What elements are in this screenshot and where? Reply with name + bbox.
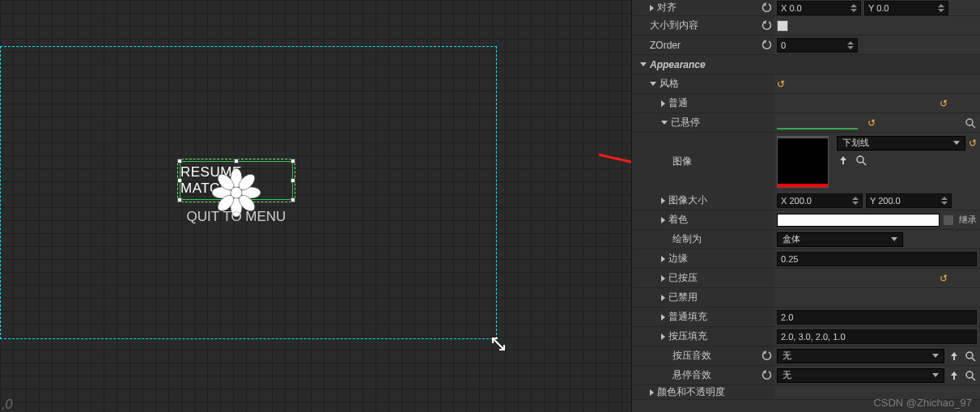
expand-icon[interactable] [661,100,665,107]
svg-line-23 [972,377,975,380]
row-pressed: 已按压 ↺ [632,269,980,288]
section-appearance[interactable]: Appearance [632,55,980,74]
reset-icon[interactable]: ↺ [777,79,785,90]
tint-color-swatch[interactable] [777,214,940,227]
row-pressed-padding: 按压填充 2.0, 3.0, 2.0, 1.0 [632,327,980,346]
normal-padding-input[interactable]: 2.0 [777,310,977,325]
coordinate-readout: ,0 [2,397,12,412]
use-selected-icon[interactable] [837,154,850,167]
label-hovered: 已悬停 [671,116,700,130]
row-image: 图像 下划线 ↺ [632,133,980,191]
row-normal: 普通 ↺ [632,94,980,113]
reset-icon[interactable] [761,39,774,52]
label-normal-padding: 普通填充 [668,310,707,324]
hover-sound-dropdown[interactable]: 无 [777,368,944,383]
row-style: 风格 ↺ [632,74,980,94]
inherit-checkbox[interactable] [943,214,954,226]
selection-handle[interactable] [291,159,295,164]
expand-icon[interactable] [661,256,665,262]
reset-icon[interactable]: ↺ [940,273,948,284]
image-thumbnail[interactable] [777,136,829,188]
expand-icon[interactable] [661,121,668,125]
expand-icon[interactable] [661,217,665,223]
expand-icon[interactable] [661,295,665,301]
svg-point-19 [966,352,973,359]
underline-preview [777,117,858,130]
use-selected-icon[interactable] [948,350,961,363]
reset-icon[interactable]: ↺ [969,138,977,149]
expand-icon[interactable] [661,314,665,321]
svg-line-20 [972,358,975,361]
label-pressed-sound: 按压音效 [672,349,711,363]
selection-handle[interactable] [177,178,182,183]
label-size-to-content: 大小到内容 [650,19,698,32]
quit-to-menu-button[interactable]: QUIT TO MENU [180,209,293,225]
details-panel: 对齐 X 0.0 Y 0.0 大小到内容 ZOrder 0 Appe [631,0,980,412]
selection-handle[interactable] [177,159,182,164]
row-alignment: 对齐 X 0.0 Y 0.0 [632,0,980,16]
reset-icon[interactable]: ↺ [868,117,876,129]
row-size-to-content: 大小到内容 [632,16,980,36]
use-selected-icon[interactable] [948,369,961,382]
browse-icon[interactable] [964,350,977,363]
svg-point-22 [966,372,973,378]
expand-icon [640,62,647,66]
label-tint: 着色 [668,213,688,227]
selection-handle[interactable] [177,198,182,202]
row-image-size: 图像大小 X 200.0 Y 200.0 [632,191,980,210]
chevron-down-icon [932,354,939,358]
label-pressed: 已按压 [668,271,698,285]
label-image: 图像 [672,155,692,168]
label-normal: 普通 [668,96,688,110]
selection-handle[interactable] [234,159,239,164]
svg-point-14 [966,119,973,125]
image-size-y-input[interactable]: Y 200.0 [866,193,952,208]
browse-icon[interactable] [964,369,977,382]
label-zorder: ZOrder [650,40,681,51]
expand-icon[interactable] [650,82,656,86]
row-color-opacity: 颜色和不透明度 [632,385,980,400]
label-draw-as: 绘制为 [672,232,702,246]
reset-icon[interactable] [761,19,774,32]
image-size-x-input[interactable]: X 200.0 [777,193,863,208]
label-pressed-padding: 按压填充 [668,329,707,343]
chevron-down-icon [953,141,960,145]
umg-designer-viewport[interactable]: RESUME MATCH QUIT TO MENU ,0 [0,0,631,412]
label-margin: 边缘 [668,252,688,265]
expand-icon[interactable] [650,389,654,396]
resize-handle-icon[interactable] [491,337,506,351]
expand-icon[interactable] [650,5,654,11]
row-draw-as: 绘制为 盒体 [632,230,980,249]
label-style: 风格 [660,77,679,91]
svg-line-15 [972,125,975,128]
reset-icon[interactable] [761,369,774,382]
row-tint: 着色 继承 [632,210,980,230]
selection-handle[interactable] [291,198,295,202]
svg-point-8 [231,187,242,198]
expand-icon[interactable] [661,333,665,340]
selection-handle[interactable] [291,178,295,183]
zorder-input[interactable]: 0 [777,38,858,53]
size-to-content-checkbox[interactable] [777,20,788,32]
row-zorder: ZOrder 0 [632,36,980,55]
row-pressed-sound: 按压音效 无 [632,346,980,366]
draw-as-dropdown[interactable]: 盒体 [777,232,903,247]
margin-input[interactable]: 0.25 [777,252,977,266]
row-margin: 边缘 0.25 [632,249,980,269]
pressed-padding-input[interactable]: 2.0, 3.0, 2.0, 1.0 [777,329,977,344]
reset-icon[interactable] [761,2,774,15]
browse-icon[interactable] [855,154,868,167]
pressed-sound-dropdown[interactable]: 无 [777,349,944,363]
reset-icon[interactable] [761,350,774,363]
svg-point-16 [857,156,863,163]
align-x-input[interactable]: X 0.0 [777,1,861,15]
search-icon[interactable] [964,117,977,130]
expand-icon[interactable] [661,275,665,282]
draw-as-dropdown[interactable]: 下划线 [837,136,965,151]
reset-icon[interactable]: ↺ [940,98,948,109]
expand-icon[interactable] [661,198,665,204]
align-y-input[interactable]: Y 0.0 [864,1,948,15]
label-image-size: 图像大小 [668,193,707,207]
row-disabled: 已禁用 [632,288,980,308]
label-hover-sound: 悬停音效 [672,368,711,382]
